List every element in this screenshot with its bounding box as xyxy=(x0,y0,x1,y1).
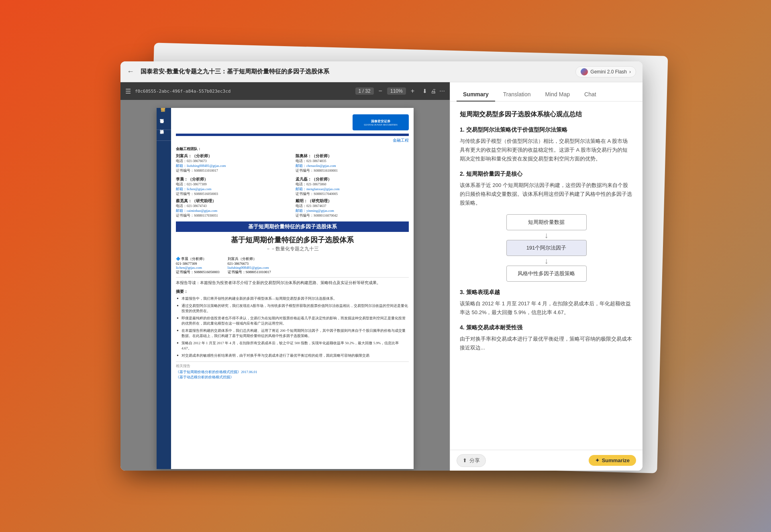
summary-section-2-text: 该体系基于近 200 个短周期阿尔法因子构建，这些因子的数据均来自个股的日频价格… xyxy=(460,181,633,207)
chevron-icon: › xyxy=(629,69,631,75)
pdf-sidebar: 金融工程 数量化专题报告 证券研究报告 xyxy=(157,108,171,469)
team-header: 金融工程团队： xyxy=(176,146,409,152)
blue-banner xyxy=(176,134,409,136)
share-button[interactable]: ⬆ 分享 xyxy=(457,454,486,467)
related-section: 相关报告 《基于短周期价格分析的价格模式挖掘》2017.06.01 《基于动态模… xyxy=(176,361,409,380)
gemini-label: Gemini 2.0 Flash xyxy=(590,69,627,75)
tab-chat[interactable]: Chat xyxy=(578,88,603,102)
right-panel: Summary Translation Mind Map Chat 短周期交易型… xyxy=(450,82,642,471)
summary-section-4: 4. 策略交易成本耐受性强 由于对换手率和交易成本进行了最优平衡处理，策略可容纳… xyxy=(460,324,633,352)
bottom-bar: ⬆ 分享 ✦ Summarize xyxy=(450,450,642,471)
tab-mind-map[interactable]: Mind Map xyxy=(539,88,576,102)
page-number: 1 / 32 xyxy=(355,87,374,95)
author-section: 🔷 李晨（分析师） 021-38677309 lichen@gtjas.com … xyxy=(176,256,409,275)
company-logo: 国泰君安证券 GUOTAI JUNAN SECURITIES xyxy=(353,114,409,130)
summary-section-2: 2. 短周期价量因子是核心 该体系基于近 200 个短周期阿尔法因子构建，这些因… xyxy=(460,171,633,281)
pdf-page: 金融工程 数量化专题报告 证券研究报告 国泰君 xyxy=(157,108,414,469)
abstract-list: 本篇报告中，我们将开创性的构建全新的多因子模型体系—短周期交易型多因子阿尔法选股… xyxy=(176,296,409,358)
contact-grid: 刘富兵：（分析师） 电话：021-38676673 邮箱：liufubing00… xyxy=(176,153,409,218)
intro-text: 本报告导读：本篇报告为投资者详尽介绍了全新的交易型阿尔法体系的构建思路、策略特点… xyxy=(176,277,409,286)
abstract-item-4: 在本篇报告所构建的交易体系中，我们总共构建、运用了将近 200 个短周期阿尔法因… xyxy=(176,328,409,339)
abstract-item-5: 策略自 2012 年 1 月至 2017 年 4 月，在扣除所有交易成本后，较之… xyxy=(176,341,409,351)
title-bar: ← 国泰君安-数量化专题之九十三：基于短周期价量特征的多因子选股体系 Gemin… xyxy=(120,61,642,82)
download-icon[interactable]: ⬇ xyxy=(422,88,427,94)
abstract-title: 摘要： xyxy=(176,289,409,294)
flowchart-arrow-1: ↓ xyxy=(482,230,611,240)
report-title-banner: 基于短周期价量特征的多因子选股体系 xyxy=(176,221,409,232)
gemini-badge[interactable]: Gemini 2.0 Flash › xyxy=(575,66,636,77)
back-button[interactable]: ← xyxy=(127,67,134,76)
abstract-item-1: 本篇报告中，我们将开创性的构建全新的多因子模型体系—短周期交易型多因子阿尔法选股… xyxy=(176,296,409,302)
summary-title: 短周期交易型多因子选股体系核心观点总结 xyxy=(460,110,633,119)
flowchart: 短周期价量数据 ↓ 191个阿尔法因子 ↓ 风格中性多因子选股策略 xyxy=(482,214,611,282)
report-title-main: 基于短周期价量特征的多因子选股体系 xyxy=(176,235,409,245)
flowchart-box-3: 风格中性多因子选股策略 xyxy=(506,266,587,282)
share-icon: ⬆ xyxy=(463,457,467,463)
summary-section-1-title: 1. 交易型阿尔法策略优于价值型阿尔法策略 xyxy=(460,126,633,134)
summary-section-3-title: 3. 策略表现卓越 xyxy=(460,289,633,296)
pdf-main-content: 国泰君安证券 GUOTAI JUNAN SECURITIES 金融工程 金融工程… xyxy=(171,108,414,469)
related-link-1[interactable]: 《基于短周期价格分析的价格模式挖掘》2017.06.01 xyxy=(176,370,409,375)
window-title: 国泰君安-数量化专题之九十三：基于短周期价量特征的多因子选股体系 xyxy=(141,68,571,75)
summary-section-4-title: 4. 策略交易成本耐受性强 xyxy=(460,324,633,331)
star-icon: ✦ xyxy=(595,457,600,463)
abstract-item-6: 对交易成本的敏感性分析结果表明，由于对换手率与交易成本进行了最优平衡过程的处理，… xyxy=(176,353,409,359)
flowchart-arrow-2: ↓ xyxy=(482,256,611,266)
file-id: f0c60555-2abc-496f-a84a-557b023ec3cd xyxy=(135,89,230,94)
sidebar-label-research: 证券研究报告 xyxy=(157,134,171,141)
tab-translation[interactable]: Translation xyxy=(497,88,537,102)
print-icon[interactable]: 🖨 xyxy=(430,88,436,94)
summary-section-1-text: 与传统多因子模型（价值型阿尔法）相比，交易型阿尔法策略在 A 股市场具有更大的收… xyxy=(460,137,633,163)
pdf-toolbar: ☰ f0c60555-2abc-496f-a84a-557b023ec3cd 1… xyxy=(120,82,450,100)
summary-section-2-title: 2. 短周期价量因子是核心 xyxy=(460,171,633,178)
more-options-icon[interactable]: ⋯ xyxy=(439,88,445,94)
gemini-icon xyxy=(581,68,588,75)
abstract-item-2: 通过交易型阿尔法策略的研究，我们发现在A股市场，与传统多因子模型所获取的股票价值… xyxy=(176,303,409,314)
report-tag: 金融工程 xyxy=(176,138,409,143)
abstract-item-3: 即便是最纯粹的价值投资者也不得不承认，交易行为在短期内对股票价格起着几乎是决定性… xyxy=(176,316,409,327)
summary-section-1: 1. 交易型阿尔法策略优于价值型阿尔法策略 与传统多因子模型（价值型阿尔法）相比… xyxy=(460,126,633,163)
tab-summary[interactable]: Summary xyxy=(457,88,495,102)
summary-section-3-text: 该策略自 2012 年 1 月至 2017 年 4 月，在扣除交易成本后，年化超… xyxy=(460,299,633,317)
summarize-button[interactable]: ✦ Summarize xyxy=(589,455,636,466)
company-logo-img: 国泰君安证券 GUOTAI JUNAN SECURITIES xyxy=(353,114,409,130)
summary-panel: 短周期交易型多因子选股体系核心观点总结 1. 交易型阿尔法策略优于价值型阿尔法策… xyxy=(450,102,642,450)
sidebar-label-finance: 金融工程 xyxy=(157,111,171,119)
zoom-level: 110% xyxy=(387,87,406,95)
flowchart-box-1: 短周期价量数据 xyxy=(506,214,587,230)
flowchart-box-2: 191个阿尔法因子 xyxy=(506,240,587,256)
related-title: 相关报告 xyxy=(176,363,409,369)
summary-section-3: 3. 策略表现卓越 该策略自 2012 年 1 月至 2017 年 4 月，在扣… xyxy=(460,289,633,317)
pdf-viewer: ☰ f0c60555-2abc-496f-a84a-557b023ec3cd 1… xyxy=(120,82,450,471)
summary-section-4-text: 由于对换手率和交易成本进行了最优平衡处理，策略可容纳的极限交易成本接近双边... xyxy=(460,335,633,352)
menu-icon[interactable]: ☰ xyxy=(125,87,131,95)
page-controls: 1 / 32 − 110% + ⬇ 🖨 ⋯ xyxy=(355,87,445,95)
report-subtitle: －－数量化专题之九十三 xyxy=(176,246,409,252)
zoom-decrease-button[interactable]: − xyxy=(376,87,385,95)
pdf-content-area[interactable]: 金融工程 数量化专题报告 证券研究报告 国泰君 xyxy=(120,100,450,471)
share-label: 分享 xyxy=(469,457,480,464)
sidebar-label-report: 数量化专题报告 xyxy=(157,123,171,130)
related-link-2[interactable]: 《基于动态模分析的价格模式挖掘》 xyxy=(176,375,409,380)
zoom-increase-button[interactable]: + xyxy=(408,87,417,95)
summarize-label: Summarize xyxy=(602,457,630,463)
tab-bar: Summary Translation Mind Map Chat xyxy=(450,82,642,102)
